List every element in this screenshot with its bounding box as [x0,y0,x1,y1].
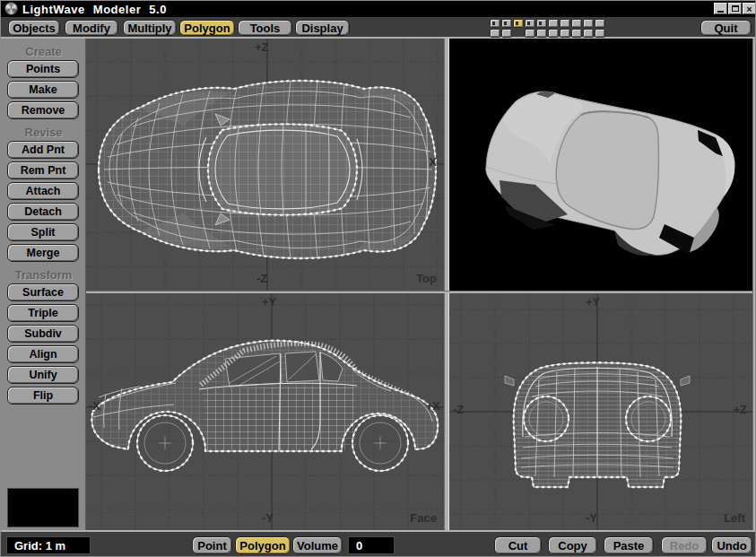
maximize-icon [732,5,739,12]
perspective-shaded-car [449,39,752,291]
window-title: LightWave Modeler 5.0 [22,3,167,16]
mini-toolbar-button[interactable] [501,19,512,28]
grid-size-readout: Grid: 1 m [6,536,91,554]
triple-button[interactable]: Triple [7,304,79,322]
flip-button[interactable]: Flip [7,387,79,405]
top-view-wireframe [86,39,444,291]
surface-button[interactable]: Surface [7,283,79,301]
mini-toolbar-button[interactable] [513,19,524,28]
menu-objects[interactable]: Objects [8,20,60,36]
menubar: Objects Modify Multiply Polygon Tools Di… [1,17,756,39]
menu-display[interactable]: Display [295,20,350,36]
mini-toolbar-button[interactable] [583,19,594,28]
mini-toolbar-button[interactable] [560,29,570,38]
viewport-perspective[interactable] [449,39,752,291]
titlebar: LightWave Modeler 5.0 × [1,1,756,17]
statusbar: Grid: 1 m Point Polygon Volume 0 Cut Cop… [1,530,756,557]
menu-modify[interactable]: Modify [65,20,118,36]
mini-toolbar-button[interactable] [536,19,547,28]
mini-toolbar-button[interactable] [536,29,547,38]
selection-count-readout: 0 [348,536,395,554]
unify-button[interactable]: Unify [7,366,79,384]
section-header-revise: Revise [1,126,86,139]
mini-toolbar-button[interactable] [595,29,605,38]
window-frame-right [752,39,756,530]
mini-toolbar-button[interactable] [548,29,559,38]
mini-toolbar-button[interactable] [490,29,500,38]
redo-button: Redo [661,536,708,554]
mini-toolbar-button[interactable] [548,19,559,28]
mini-toolbar-button[interactable] [501,29,512,38]
copy-button[interactable]: Copy [548,536,597,554]
quit-button[interactable]: Quit [700,20,752,36]
mini-toolbar-button[interactable] [490,19,500,28]
viewport-left[interactable]: +Y -Y -Z +Z Left [449,293,752,530]
mini-toolbar [490,19,608,39]
viewport-face[interactable]: +Y -Y -X +X Face [86,293,444,530]
make-button[interactable]: Make [7,81,79,99]
merge-button[interactable]: Merge [7,244,79,262]
section-header-create: Create [1,45,86,58]
mode-volume-button[interactable]: Volume [292,536,343,554]
mini-toolbar-button[interactable] [583,29,594,38]
points-button[interactable]: Points [7,60,79,78]
section-header-transform: Transform [1,268,86,282]
mini-toolbar-button[interactable] [525,19,535,28]
mini-toolbar-button[interactable] [595,19,605,28]
minimize-icon [717,11,724,13]
tool-sidebar: Create Points Make Remove Revise Add Pnt… [1,39,86,530]
maximize-button[interactable] [728,3,742,14]
align-button[interactable]: Align [7,345,79,363]
undo-button[interactable]: Undo [711,536,752,554]
paste-button[interactable]: Paste [604,536,654,554]
cut-button[interactable]: Cut [494,536,542,554]
mini-toolbar-button[interactable] [571,29,582,38]
mini-toolbar-button[interactable] [571,19,582,28]
viewport-top[interactable]: +Z -Z X Top [86,39,444,291]
lightwave-modeler-window: LightWave Modeler 5.0 × Objects Modify M… [0,0,756,557]
menu-tools[interactable]: Tools [238,20,292,36]
add-pnt-button[interactable]: Add Pnt [7,141,79,159]
detach-button[interactable]: Detach [7,203,79,221]
subdiv-button[interactable]: Subdiv [7,325,79,343]
mini-toolbar-button[interactable] [560,19,570,28]
rem-pnt-button[interactable]: Rem Pnt [7,161,79,179]
split-button[interactable]: Split [7,223,79,241]
mini-toolbar-button[interactable] [525,29,535,38]
sidebar-display-box [7,488,79,527]
minimize-button[interactable] [714,3,727,14]
menu-polygon[interactable]: Polygon [179,20,235,36]
mode-point-button[interactable]: Point [192,536,232,554]
lightwave-logo-icon [5,3,17,14]
attach-button[interactable]: Attach [7,182,79,200]
left-view-wireframe [449,293,752,530]
close-button[interactable]: × [743,3,756,14]
menu-multiply[interactable]: Multiply [123,20,177,36]
remove-button[interactable]: Remove [7,101,79,119]
face-view-wireframe [86,293,444,530]
mode-polygon-button[interactable]: Polygon [235,536,291,554]
